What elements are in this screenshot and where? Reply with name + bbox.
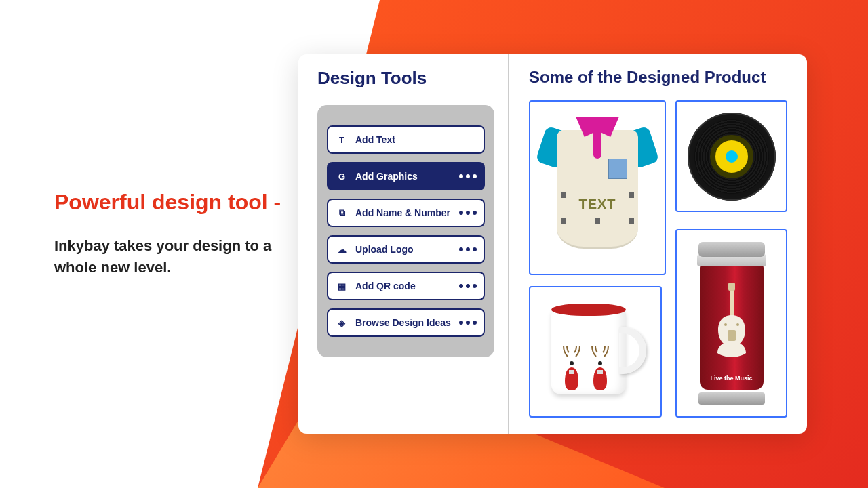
hero-section: Powerful design tool - Inkybay takes you… — [54, 190, 298, 279]
more-dots-icon — [459, 284, 477, 288]
text-icon: T — [335, 133, 349, 146]
guitar-icon — [716, 283, 747, 360]
tumbler-illustration: Live the Music — [694, 242, 769, 405]
tool-upload-logo[interactable]: ☁Upload Logo — [327, 235, 485, 264]
reindeer-icon — [559, 343, 584, 393]
designed-products-heading: Some of the Designed Product — [529, 68, 788, 87]
more-dots-icon — [459, 247, 477, 251]
svg-point-7 — [724, 323, 727, 326]
product-shirt[interactable]: TEXT — [529, 100, 666, 275]
svg-point-2 — [598, 361, 602, 365]
product-mug[interactable] — [529, 286, 662, 418]
product-tumbler[interactable]: Live the Music — [675, 229, 787, 418]
svg-rect-3 — [597, 370, 603, 374]
tool-label: Add QR code — [355, 281, 452, 291]
shirt-text-label: TEXT — [564, 197, 631, 212]
hero-subtitle: Inkybay takes your design to a whole new… — [54, 235, 298, 279]
upload-icon: ☁ — [335, 243, 349, 256]
qr-icon: ▦ — [335, 279, 349, 293]
ideas-icon: ◈ — [335, 316, 349, 329]
tool-label: Add Name & Number — [355, 207, 452, 218]
more-dots-icon — [459, 211, 477, 215]
more-dots-icon — [459, 174, 477, 178]
designed-products-grid: TEXT — [529, 100, 788, 419]
tool-add-graphics[interactable]: GAdd Graphics — [327, 162, 485, 190]
tumbler-text-label: Live the Music — [694, 375, 769, 382]
shirt-illustration: TEXT — [543, 117, 652, 259]
designed-products-column: Some of the Designed Product TEXT — [509, 54, 807, 434]
mug-illustration — [545, 301, 646, 403]
vinyl-record-icon — [688, 113, 776, 201]
tool-label: Add Graphics — [355, 171, 452, 182]
tool-browse-design-ideas[interactable]: ◈Browse Design Ideas — [327, 308, 485, 337]
tool-add-qr-code[interactable]: ▦Add QR code — [327, 272, 485, 300]
tool-label: Browse Design Ideas — [355, 317, 452, 328]
more-dots-icon — [459, 321, 477, 325]
reindeer-icon — [588, 343, 612, 393]
svg-point-0 — [570, 361, 574, 365]
name-number-icon: ⧉ — [335, 206, 349, 220]
svg-rect-6 — [728, 330, 736, 341]
design-tools-heading: Design Tools — [317, 68, 494, 89]
tool-label: Add Text — [355, 134, 477, 145]
design-tools-panel: TAdd TextGAdd Graphics⧉Add Name & Number… — [317, 105, 494, 357]
design-tools-column: Design Tools TAdd TextGAdd Graphics⧉Add … — [298, 54, 509, 434]
svg-rect-1 — [569, 370, 574, 374]
hero-title: Powerful design tool - — [54, 190, 298, 215]
svg-rect-5 — [728, 283, 735, 291]
svg-point-8 — [736, 323, 739, 326]
graphics-icon: G — [335, 169, 349, 183]
tool-add-name-number[interactable]: ⧉Add Name & Number — [327, 199, 485, 227]
main-card: Design Tools TAdd TextGAdd Graphics⧉Add … — [298, 54, 807, 434]
product-record[interactable] — [675, 100, 787, 212]
tool-add-text[interactable]: TAdd Text — [327, 125, 485, 154]
tool-label: Upload Logo — [355, 244, 452, 255]
